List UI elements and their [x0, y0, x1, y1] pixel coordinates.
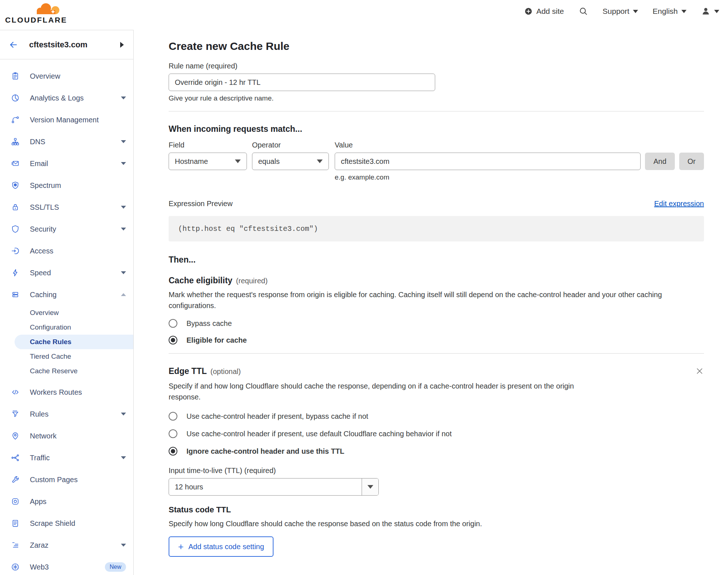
- cache-eligibility-header: Cache eligibility (required): [169, 275, 704, 285]
- add-status-code-setting-label: Add status code setting: [188, 543, 264, 551]
- new-badge: New: [105, 562, 126, 572]
- chevron-down-icon: [121, 97, 126, 99]
- chevron-down-icon: [235, 159, 241, 163]
- operator-select[interactable]: equals: [252, 153, 329, 170]
- value-input[interactable]: [335, 153, 641, 170]
- edge-ttl-header: Edge TTL (optional): [169, 366, 704, 376]
- chevron-down-icon: [317, 159, 323, 163]
- sidebar-item-overview[interactable]: Overview: [0, 65, 133, 87]
- map-pin-icon: [11, 432, 20, 440]
- chevron-down-icon: [121, 228, 126, 231]
- cloudflare-logo[interactable]: CLOUDFLARE: [0, 0, 67, 24]
- rule-name-input[interactable]: [169, 74, 435, 91]
- top-nav: Add site Support English: [524, 0, 728, 16]
- expression-preview-row: Expression Preview Edit expression: [169, 200, 704, 208]
- shield-icon: [11, 225, 20, 233]
- radio-checked-icon[interactable]: [169, 336, 177, 344]
- sidebar-subitem-caching-overview[interactable]: Overview: [0, 306, 133, 320]
- sidebar-item-label: Speed: [30, 269, 121, 277]
- rule-name-helper: Give your rule a descriptive name.: [169, 94, 704, 102]
- chevron-down-icon: [121, 271, 126, 274]
- sidebar-item-label: DNS: [30, 138, 121, 146]
- sidebar-item-speed[interactable]: Speed: [0, 262, 133, 284]
- sidebar-subitem-label: Tiered Cache: [30, 353, 71, 361]
- filter-icon: [11, 410, 20, 418]
- sidebar-item-caching[interactable]: Caching: [0, 284, 133, 306]
- ttl-select[interactable]: 12 hours: [169, 478, 379, 496]
- then-heading: Then...: [169, 255, 704, 265]
- search-button[interactable]: [579, 7, 588, 16]
- field-select-value: Hostname: [175, 157, 208, 166]
- sidebar-item-ssl-tls[interactable]: SSL/TLS: [0, 196, 133, 218]
- main-content: Create new Cache Rule Rule name (require…: [134, 30, 728, 575]
- sidebar-item-rules[interactable]: Rules: [0, 403, 133, 425]
- account-menu[interactable]: [701, 7, 719, 16]
- search-icon: [579, 7, 588, 16]
- section-divider: [169, 353, 704, 354]
- sidebar-item-network[interactable]: Network: [0, 425, 133, 447]
- sidebar-item-web3[interactable]: Web3 New: [0, 556, 133, 575]
- sidebar-subitem-label: Cache Rules: [30, 338, 71, 346]
- chevron-down-icon: [681, 10, 686, 13]
- sidebar-item-security[interactable]: Security: [0, 218, 133, 240]
- edit-expression-link[interactable]: Edit expression: [654, 200, 704, 208]
- edge-ttl-option-default[interactable]: Use cache-control header if present, use…: [169, 429, 704, 438]
- sidebar-item-custom-pages[interactable]: Custom Pages: [0, 469, 133, 491]
- sidebar-item-email[interactable]: Email: [0, 153, 133, 174]
- edge-ttl-option-bypass[interactable]: Use cache-control header if present, byp…: [169, 412, 704, 421]
- and-button[interactable]: And: [645, 153, 675, 170]
- sidebar-item-workers-routes[interactable]: Workers Routes: [0, 381, 133, 403]
- ttl-select-arrow[interactable]: [362, 478, 378, 495]
- site-header: cftestsite3.com: [0, 30, 133, 59]
- radio-unchecked-icon[interactable]: [169, 429, 177, 438]
- chevron-down-icon: [633, 10, 638, 13]
- sidebar-item-scrape-shield[interactable]: Scrape Shield: [0, 512, 133, 534]
- caching-submenu: Overview Configuration Cache Rules Tiere…: [0, 306, 133, 378]
- or-button[interactable]: Or: [679, 153, 704, 170]
- sidebar-subitem-cache-rules[interactable]: Cache Rules: [15, 335, 133, 349]
- sidebar-item-access[interactable]: Access: [0, 240, 133, 262]
- sidebar-item-analytics-logs[interactable]: Analytics & Logs: [0, 87, 133, 109]
- site-name[interactable]: cftestsite3.com: [29, 40, 120, 50]
- radio-unchecked-icon[interactable]: [169, 412, 177, 421]
- sidebar-item-zaraz[interactable]: Zaraz: [0, 534, 133, 556]
- edge-ttl-option-ignore[interactable]: Ignore cache-control header and use this…: [169, 447, 704, 456]
- sidebar-subitem-configuration[interactable]: Configuration: [0, 320, 133, 335]
- status-code-ttl-description: Specify how long Cloudflare should cache…: [169, 518, 704, 529]
- add-status-code-setting-button[interactable]: + Add status code setting: [169, 536, 274, 557]
- sidebar-item-apps[interactable]: Apps: [0, 491, 133, 512]
- bypass-cache-option[interactable]: Bypass cache: [169, 319, 704, 328]
- add-site-label: Add site: [536, 7, 564, 16]
- sidebar-item-traffic[interactable]: Traffic: [0, 447, 133, 469]
- close-icon[interactable]: [695, 367, 704, 375]
- section-divider: [169, 111, 704, 111]
- version-management-icon: [11, 115, 20, 124]
- edge-ttl-heading: Edge TTL: [169, 366, 207, 376]
- back-arrow-icon[interactable]: [9, 40, 18, 50]
- dns-icon: [11, 137, 20, 146]
- field-select[interactable]: Hostname: [169, 153, 247, 170]
- top-bar: CLOUDFLARE Add site Support English: [0, 0, 728, 30]
- radio-unchecked-icon[interactable]: [169, 319, 177, 328]
- sidebar-subitem-label: Overview: [30, 309, 59, 317]
- sidebar-subitem-cache-reserve[interactable]: Cache Reserve: [0, 364, 133, 378]
- sidebar-item-label: Analytics & Logs: [30, 94, 121, 102]
- chevron-down-icon: [367, 485, 373, 489]
- sidebar-item-label: Access: [30, 247, 126, 255]
- add-site-button[interactable]: Add site: [524, 7, 564, 16]
- radio-checked-icon[interactable]: [169, 447, 177, 456]
- eligible-for-cache-option[interactable]: Eligible for cache: [169, 336, 704, 344]
- support-menu[interactable]: Support: [603, 7, 638, 16]
- document-icon: [11, 519, 20, 528]
- sidebar: cftestsite3.com Overview Analytics & Log…: [0, 30, 134, 575]
- sidebar-nav: Overview Analytics & Logs Version Manage…: [0, 59, 133, 575]
- wrench-icon: [11, 475, 20, 484]
- required-qualifier: (required): [236, 277, 268, 285]
- chevron-right-icon[interactable]: [120, 42, 124, 48]
- language-menu[interactable]: English: [653, 7, 686, 16]
- sidebar-item-spectrum[interactable]: Spectrum: [0, 174, 133, 196]
- sidebar-item-version-management[interactable]: Version Management: [0, 109, 133, 131]
- chevron-down-icon: [121, 413, 126, 416]
- sidebar-subitem-tiered-cache[interactable]: Tiered Cache: [0, 349, 133, 364]
- sidebar-item-dns[interactable]: DNS: [0, 131, 133, 153]
